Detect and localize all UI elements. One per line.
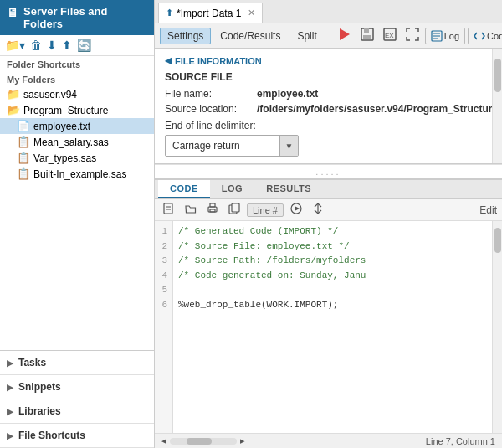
print-button[interactable] — [203, 201, 222, 219]
sidebar-item-label: File Shortcuts — [18, 430, 85, 441]
file-name-row: File name: employee.txt — [165, 88, 480, 100]
status-bar: Line 7, Column 1 — [426, 436, 495, 446]
file-info-collapse[interactable]: ◀ FILE INFORMATION — [165, 55, 480, 66]
sidebar-item-snippets[interactable]: ▶ Snippets — [0, 375, 154, 399]
sas-file-icon2: 📋 — [17, 152, 30, 164]
collapse-arrow-icon: ◀ — [165, 55, 172, 66]
tree-item-var-types[interactable]: 📋 Var_types.sas — [0, 150, 154, 166]
code-scrollbar[interactable] — [492, 221, 502, 433]
line-num-4: 4 — [160, 269, 167, 284]
file-info-panel: ◀ FILE INFORMATION SOURCE FILE File name… — [155, 49, 502, 164]
log-button[interactable]: Log — [425, 28, 465, 44]
sidebar-item-file-shortcuts[interactable]: ▶ File Shortcuts — [0, 424, 154, 448]
source-location-label: Source location: — [165, 103, 257, 115]
tree-item-employee[interactable]: 📄 employee.txt — [0, 118, 154, 134]
code-results-button[interactable]: Code/Results — [213, 28, 288, 44]
svg-rect-2 — [364, 28, 369, 33]
settings-button[interactable]: Settings — [160, 28, 211, 44]
sidebar-item-label: Snippets — [18, 381, 61, 393]
line-number-button[interactable]: Line # — [247, 203, 284, 217]
log-button-label: Log — [444, 31, 459, 41]
new-file-button[interactable] — [160, 201, 178, 219]
toolbar-icon-group: EX Log Code — [335, 26, 502, 45]
tree-item-label: Mean_salary.sas — [33, 136, 109, 148]
arrow-icon4: ▶ — [7, 431, 13, 440]
arrow-icon2: ▶ — [7, 383, 13, 392]
code-scrollbar-thumb — [494, 228, 501, 253]
refresh-icon[interactable]: 🔄 — [77, 39, 91, 52]
tree-item-mean-salary[interactable]: 📋 Mean_salary.sas — [0, 134, 154, 150]
tab-label: *Import Data 1 — [177, 8, 241, 19]
tree-item-label: employee.txt — [33, 121, 90, 132]
line-num-3: 3 — [160, 254, 167, 269]
file-name-value: employee.txt — [257, 88, 318, 100]
tab-close-button[interactable]: ✕ — [248, 8, 255, 18]
sidebar-item-label: Libraries — [18, 405, 61, 417]
dotted-divider: ..... — [155, 164, 502, 178]
sidebar-toolbar: 📁▾ 🗑 ⬇ ⬆ 🔄 — [0, 35, 154, 56]
delimiter-dropdown[interactable]: Carriage return ▼ — [165, 135, 299, 157]
tree-item-label: Program_Structure — [23, 105, 108, 116]
hscroll-track[interactable] — [170, 438, 237, 445]
code-line-4: /* Code generated on: Sunday, Janu — [178, 270, 366, 281]
expand-button[interactable] — [402, 26, 423, 45]
find-replace-button[interactable] — [309, 201, 327, 219]
tab-icon: ⬆ — [166, 8, 173, 18]
sidebar: 🖥 Server Files and Folders 📁▾ 🗑 ⬇ ⬆ 🔄 Fo… — [0, 0, 155, 448]
hscrollbar[interactable]: ◂ ▸ — [161, 435, 245, 446]
folder-icon: 📁 — [7, 88, 20, 100]
copy-button[interactable] — [225, 201, 243, 219]
sas-file-icon: 📋 — [17, 136, 30, 148]
sidebar-item-tasks[interactable]: ▶ Tasks — [0, 351, 154, 375]
run-button[interactable] — [335, 26, 355, 45]
tree-item-builtin[interactable]: 📋 Built-In_example.sas — [0, 166, 154, 182]
code-line-2: /* Source File: employee.txt */ — [178, 241, 350, 251]
code-tab[interactable]: CODE — [158, 180, 210, 198]
sidebar-header: 🖥 Server Files and Folders — [0, 0, 154, 35]
delete-icon[interactable]: 🗑 — [30, 39, 42, 52]
hscroll-thumb — [187, 438, 212, 445]
file-info-scrollbar[interactable] — [492, 49, 502, 163]
sidebar-title: Server Files and Folders — [23, 5, 147, 30]
sidebar-item-libraries[interactable]: ▶ Libraries — [0, 399, 154, 424]
my-folders-label: My Folders — [0, 71, 154, 86]
source-location-value: /folders/myfolders/sasuser.v94/Program_S… — [257, 103, 498, 115]
tree-item-sasuser[interactable]: 📁 sasuser.v94 — [0, 86, 154, 102]
import-data-tab[interactable]: ⬆ *Import Data 1 ✕ — [158, 3, 263, 23]
line-num-1: 1 — [160, 224, 167, 239]
main-area: ⬆ *Import Data 1 ✕ Settings Code/Results… — [155, 0, 502, 448]
line-num-2: 2 — [160, 239, 167, 255]
code-line-3: /* Source Path: /folders/myfolders — [178, 255, 366, 265]
code-section: CODE LOG RESULTS Line # — [155, 178, 502, 448]
download-icon[interactable]: ⬇ — [47, 39, 57, 52]
dropdown-arrow-icon: ▼ — [279, 136, 298, 156]
split-button[interactable]: Split — [289, 28, 324, 44]
upload-icon[interactable]: ⬆ — [62, 39, 72, 52]
code-toolbar: Line # Edit — [155, 199, 502, 221]
open-file-button[interactable] — [182, 201, 200, 219]
log-tab[interactable]: LOG — [210, 180, 254, 198]
new-folder-icon[interactable]: 📁▾ — [5, 39, 25, 52]
results-tab[interactable]: RESULTS — [254, 180, 323, 198]
folder-shortcuts-label: Folder Shortcuts — [0, 56, 154, 71]
code-line-6: %web_drop_table(WORK.IMPORT); — [178, 300, 338, 310]
svg-rect-17 — [232, 203, 239, 212]
scroll-left-icon[interactable]: ◂ — [161, 435, 166, 446]
svg-rect-15 — [210, 209, 215, 212]
folder-open-icon: 📂 — [7, 104, 20, 116]
txt-file-icon: 📄 — [17, 120, 30, 132]
save-button[interactable] — [357, 26, 377, 45]
tree-item-program-structure[interactable]: 📂 Program_Structure — [0, 102, 154, 118]
run-code-button[interactable] — [287, 201, 305, 219]
file-tree: 📁 sasuser.v94 📂 Program_Structure 📄 empl… — [0, 86, 154, 350]
tree-item-label: Built-In_example.sas — [33, 168, 126, 180]
svg-rect-10 — [164, 203, 172, 214]
export-button[interactable]: EX — [380, 26, 400, 45]
code-tabs-row: CODE LOG RESULTS — [155, 180, 502, 199]
edit-button[interactable]: Edit — [479, 204, 497, 216]
file-name-label: File name: — [165, 88, 257, 100]
svg-text:EX: EX — [385, 32, 394, 39]
code-content[interactable]: /* Generated Code (IMPORT) */ /* Source … — [173, 221, 492, 433]
scroll-right-icon[interactable]: ▸ — [240, 435, 245, 446]
code-button[interactable]: Code — [468, 28, 502, 44]
